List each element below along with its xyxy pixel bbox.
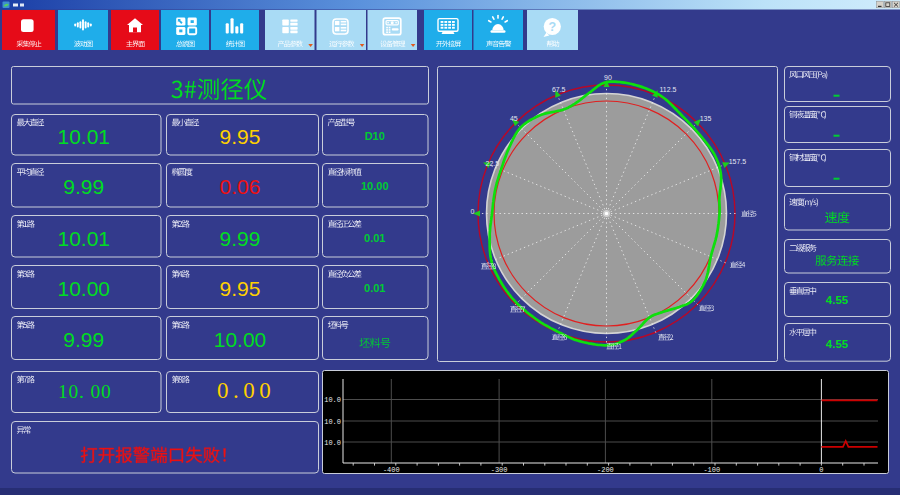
svg-text:10.00: 10.00 xyxy=(57,277,110,300)
svg-text:-100: -100 xyxy=(703,466,720,474)
svg-text:112.5: 112.5 xyxy=(660,86,677,93)
svg-text:10.0: 10.0 xyxy=(324,396,341,404)
svg-text:10.00: 10.00 xyxy=(361,180,389,192)
svg-text:0: 0 xyxy=(819,466,823,474)
svg-text:9.99: 9.99 xyxy=(63,328,104,351)
svg-text:0.00: 0.00 xyxy=(217,378,275,403)
svg-text:0: 0 xyxy=(471,208,475,215)
svg-text:10.01: 10.01 xyxy=(57,125,110,148)
svg-text:-200: -200 xyxy=(597,466,614,474)
svg-text:157.5: 157.5 xyxy=(729,158,747,165)
svg-text:0.01: 0.01 xyxy=(364,232,385,244)
svg-text:D10: D10 xyxy=(365,130,385,142)
svg-text:?: ? xyxy=(548,20,556,34)
svg-text:67.5: 67.5 xyxy=(552,86,566,93)
svg-text:10.0: 10.0 xyxy=(324,418,341,426)
svg-text:22.5: 22.5 xyxy=(485,160,499,167)
svg-text:0.06: 0.06 xyxy=(220,175,261,198)
svg-text:9.99: 9.99 xyxy=(63,175,104,198)
svg-text:10.00: 10.00 xyxy=(214,328,267,351)
svg-text:9.99: 9.99 xyxy=(220,227,261,250)
svg-text:10. 00: 10. 00 xyxy=(58,381,112,402)
svg-text:90: 90 xyxy=(604,74,612,81)
svg-text:0.01: 0.01 xyxy=(364,282,385,294)
svg-text:9.95: 9.95 xyxy=(220,277,261,300)
svg-text:10.01: 10.01 xyxy=(57,227,110,250)
svg-text:9.95: 9.95 xyxy=(220,125,261,148)
svg-text:-400: -400 xyxy=(383,466,400,474)
svg-text:-300: -300 xyxy=(491,466,508,474)
svg-text:4.55: 4.55 xyxy=(826,294,849,306)
svg-text:4.55: 4.55 xyxy=(826,338,849,350)
svg-text:45: 45 xyxy=(510,115,518,122)
svg-text:10.0: 10.0 xyxy=(324,439,341,447)
svg-text:135: 135 xyxy=(700,115,712,122)
